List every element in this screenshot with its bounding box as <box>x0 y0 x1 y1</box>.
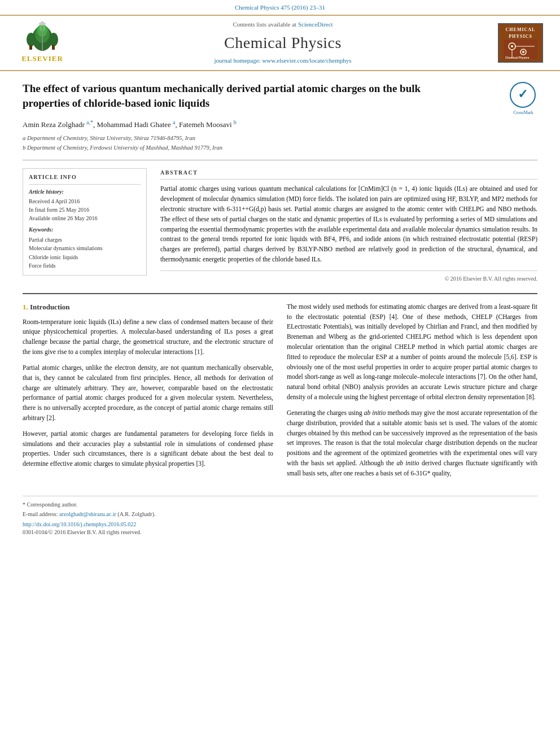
corresponding-note: * Corresponding author. <box>23 501 537 509</box>
journal-ref-text: Chemical Physics 475 (2016) 23–31 <box>235 4 325 11</box>
affiliation-b: b Department of Chemistry, Ferdowsi Univ… <box>23 143 537 152</box>
svg-rect-7 <box>29 45 32 50</box>
journal-center-header: Contents lists available at ScienceDirec… <box>73 20 492 65</box>
journal-header: ELSEVIER Contents lists available at Sci… <box>0 15 560 71</box>
keyword-4: Force fields <box>29 261 141 270</box>
article-info-heading: ARTICLE INFO <box>29 173 141 185</box>
body-two-col: 1. Introduction Room-temperature ionic l… <box>23 302 537 484</box>
svg-text:Chemical Physics: Chemical Physics <box>505 56 530 59</box>
keywords-label: Keywords: <box>29 226 141 234</box>
article-content: The effect of various quantum mechanical… <box>0 71 560 555</box>
authors-line: Amin Reza Zolghadr a,*, Mohammad Hadi Gh… <box>23 119 537 130</box>
body-col-left: 1. Introduction Room-temperature ionic l… <box>23 302 273 484</box>
abstract-text: Partial atomic charges using various qua… <box>160 184 537 265</box>
svg-point-17 <box>522 51 524 53</box>
right-para-2: Generating the charges using ab initio m… <box>287 408 537 479</box>
article-info-abstract-row: ARTICLE INFO Article history: Received 4… <box>23 168 537 283</box>
intro-section-title: 1. Introduction <box>23 302 273 313</box>
cp-logo-graphic: Chemical Physics <box>504 40 537 59</box>
article-title-section: The effect of various quantum mechanical… <box>23 71 537 160</box>
svg-rect-9 <box>42 21 43 51</box>
received-date: Received 4 April 2016 <box>29 197 141 206</box>
issn-line: 0301-0104/© 2016 Elsevier B.V. All right… <box>23 528 537 537</box>
svg-point-10 <box>39 22 46 25</box>
doi-line[interactable]: http://dx.doi.org/10.1016/j.chemphys.201… <box>23 521 537 529</box>
email-link[interactable]: arzolghadr@shirazu.ac.ir <box>59 511 116 517</box>
elsevier-tree-icon <box>25 21 59 53</box>
authors-text: Amin Reza Zolghadr a,*, Mohammad Hadi Gh… <box>23 120 237 129</box>
intro-section-label: Introduction <box>30 303 70 311</box>
history-label: Article history: <box>29 188 141 196</box>
elsevier-logo-area: ELSEVIER <box>11 21 73 64</box>
email-line: E-mail address: arzolghadr@shirazu.ac.ir… <box>23 510 537 519</box>
elsevier-logo: ELSEVIER <box>21 21 63 64</box>
keyword-2: Molecular dynamics simulations <box>29 244 141 253</box>
sciencedirect-link[interactable]: ScienceDirect <box>298 21 333 28</box>
revised-date: In final form 25 May 2016 <box>29 206 141 214</box>
intro-section-num: 1. <box>23 303 28 311</box>
elsevier-wordmark: ELSEVIER <box>21 54 63 64</box>
article-title: The effect of various quantum mechanical… <box>23 81 460 110</box>
journal-homepage-url[interactable]: www.elsevier.com/locate/chemphys <box>262 57 351 64</box>
svg-point-5 <box>27 33 36 46</box>
crossmark-badge[interactable]: ✓ CrossMark <box>509 81 537 110</box>
copyright-line: © 2016 Elsevier B.V. All rights reserved… <box>160 270 537 283</box>
page: Chemical Physics 475 (2016) 23–31 <box>0 0 560 747</box>
main-body: 1. Introduction Room-temperature ionic l… <box>23 293 537 484</box>
abstract-box: ABSTRACT Partial atomic charges using va… <box>160 168 537 283</box>
right-para-1: The most widely used methods for estimat… <box>287 302 537 403</box>
body-col-right: The most widely used methods for estimat… <box>287 302 537 484</box>
chemical-physics-logo-area: CHEMICAL PHYSICS Chemical Physics <box>492 23 549 63</box>
crossmark-icon: ✓ <box>509 81 536 108</box>
available-date: Available online 26 May 2016 <box>29 214 141 222</box>
intro-para-2: Partial atomic charges, unlike the elect… <box>23 363 273 423</box>
intro-para-1: Room-temperature ionic liquids (ILs) def… <box>23 317 273 357</box>
abstract-column: ABSTRACT Partial atomic charges using va… <box>160 168 537 283</box>
journal-reference-bar: Chemical Physics 475 (2016) 23–31 <box>0 0 560 15</box>
keywords-list: Partial charges Molecular dynamics simul… <box>29 235 141 270</box>
footer-area: * Corresponding author. E-mail address: … <box>23 496 537 537</box>
journal-title: Chemical Physics <box>73 32 492 55</box>
svg-point-13 <box>511 45 513 47</box>
article-info-column: ARTICLE INFO Article history: Received 4… <box>23 168 147 283</box>
chemical-physics-journal-logo: CHEMICAL PHYSICS Chemical Physics <box>498 23 543 63</box>
keyword-1: Partial charges <box>29 235 141 244</box>
affiliation-a: a Department of Chemistry, Shiraz Univer… <box>23 134 537 142</box>
crossmark-label: CrossMark <box>509 110 537 116</box>
intro-para-3: However, partial atomic charges are fund… <box>23 429 273 469</box>
svg-point-6 <box>49 33 58 46</box>
article-info-box: ARTICLE INFO Article history: Received 4… <box>23 168 147 276</box>
sciencedirect-line: Contents lists available at ScienceDirec… <box>73 20 492 29</box>
journal-homepage-line: journal homepage: www.elsevier.com/locat… <box>73 56 492 65</box>
svg-text:✓: ✓ <box>518 87 528 101</box>
keyword-3: Chloride ionic liquids <box>29 253 141 262</box>
abstract-heading: ABSTRACT <box>160 168 537 180</box>
svg-rect-8 <box>52 45 55 50</box>
